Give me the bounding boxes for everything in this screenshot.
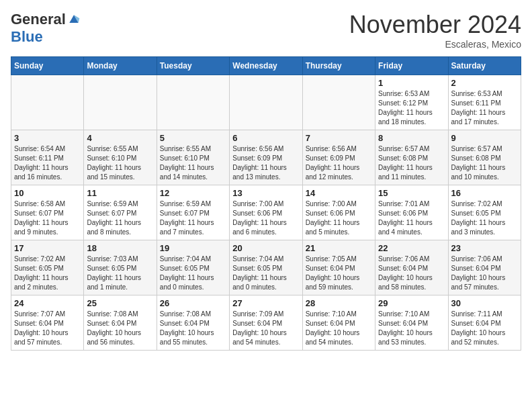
calendar-cell: 18Sunrise: 7:03 AM Sunset: 6:05 PM Dayli… <box>84 240 157 295</box>
day-number: 22 <box>378 243 445 253</box>
day-number: 28 <box>306 298 372 308</box>
calendar-cell: 26Sunrise: 7:08 AM Sunset: 6:04 PM Dayli… <box>157 295 229 351</box>
calendar-cell: 12Sunrise: 6:59 AM Sunset: 6:07 PM Dayli… <box>157 185 229 240</box>
calendar-cell <box>84 75 157 130</box>
day-number: 19 <box>160 243 226 253</box>
calendar-cell: 19Sunrise: 7:04 AM Sunset: 6:05 PM Dayli… <box>157 240 229 295</box>
calendar-cell: 13Sunrise: 7:00 AM Sunset: 6:06 PM Dayli… <box>230 185 302 240</box>
day-info: Sunrise: 7:08 AM Sunset: 6:04 PM Dayligh… <box>160 310 226 347</box>
day-number: 26 <box>160 298 226 308</box>
calendar-cell: 15Sunrise: 7:01 AM Sunset: 6:06 PM Dayli… <box>375 185 448 240</box>
column-header-wednesday: Wednesday <box>230 57 302 75</box>
day-info: Sunrise: 6:58 AM Sunset: 6:07 PM Dayligh… <box>14 199 81 237</box>
day-number: 8 <box>378 133 445 143</box>
day-info: Sunrise: 7:06 AM Sunset: 6:04 PM Dayligh… <box>451 255 518 292</box>
calendar-cell: 6Sunrise: 6:56 AM Sunset: 6:09 PM Daylig… <box>230 130 302 185</box>
day-number: 6 <box>232 133 299 143</box>
day-number: 16 <box>451 188 518 198</box>
calendar-week-3: 10Sunrise: 6:58 AM Sunset: 6:07 PM Dayli… <box>11 185 521 240</box>
day-info: Sunrise: 6:57 AM Sunset: 6:08 PM Dayligh… <box>378 144 445 182</box>
calendar-cell <box>11 75 84 130</box>
day-info: Sunrise: 6:59 AM Sunset: 6:07 PM Dayligh… <box>87 199 153 237</box>
day-number: 29 <box>378 298 445 308</box>
day-number: 25 <box>87 298 153 308</box>
day-info: Sunrise: 7:00 AM Sunset: 6:06 PM Dayligh… <box>306 199 372 237</box>
day-info: Sunrise: 6:53 AM Sunset: 6:11 PM Dayligh… <box>451 89 518 127</box>
day-info: Sunrise: 7:00 AM Sunset: 6:06 PM Dayligh… <box>232 199 299 237</box>
day-info: Sunrise: 7:04 AM Sunset: 6:05 PM Dayligh… <box>232 255 299 292</box>
calendar-week-2: 3Sunrise: 6:54 AM Sunset: 6:11 PM Daylig… <box>11 130 521 185</box>
day-info: Sunrise: 7:06 AM Sunset: 6:04 PM Dayligh… <box>378 255 445 292</box>
location-text: Escaleras, Mexico <box>349 39 521 50</box>
day-number: 18 <box>87 243 153 253</box>
day-info: Sunrise: 7:01 AM Sunset: 6:06 PM Dayligh… <box>378 199 445 237</box>
day-info: Sunrise: 7:10 AM Sunset: 6:04 PM Dayligh… <box>378 310 445 347</box>
logo: General Blue <box>11 11 81 46</box>
calendar-cell: 20Sunrise: 7:04 AM Sunset: 6:05 PM Dayli… <box>230 240 302 295</box>
logo-general-text: General <box>11 11 66 28</box>
calendar-table: SundayMondayTuesdayWednesdayThursdayFrid… <box>11 56 521 351</box>
calendar-cell: 10Sunrise: 6:58 AM Sunset: 6:07 PM Dayli… <box>11 185 84 240</box>
day-number: 10 <box>14 188 81 198</box>
column-header-thursday: Thursday <box>302 57 375 75</box>
logo-blue-text: Blue <box>11 28 43 46</box>
calendar-cell: 4Sunrise: 6:55 AM Sunset: 6:10 PM Daylig… <box>84 130 157 185</box>
day-info: Sunrise: 7:08 AM Sunset: 6:04 PM Dayligh… <box>87 310 153 347</box>
day-number: 2 <box>451 78 518 88</box>
day-info: Sunrise: 6:54 AM Sunset: 6:11 PM Dayligh… <box>14 144 81 182</box>
calendar-header-row: SundayMondayTuesdayWednesdayThursdayFrid… <box>11 57 521 75</box>
calendar-cell: 17Sunrise: 7:02 AM Sunset: 6:05 PM Dayli… <box>11 240 84 295</box>
day-number: 13 <box>232 188 299 198</box>
day-info: Sunrise: 6:55 AM Sunset: 6:10 PM Dayligh… <box>87 144 153 182</box>
month-title: November 2024 <box>349 11 521 39</box>
column-header-friday: Friday <box>375 57 448 75</box>
logo-icon <box>67 13 81 26</box>
calendar-cell: 16Sunrise: 7:02 AM Sunset: 6:05 PM Dayli… <box>448 185 521 240</box>
day-number: 17 <box>14 243 81 253</box>
calendar-cell <box>157 75 229 130</box>
day-number: 3 <box>14 133 81 143</box>
day-info: Sunrise: 6:55 AM Sunset: 6:10 PM Dayligh… <box>160 144 226 182</box>
day-number: 15 <box>378 188 445 198</box>
column-header-monday: Monday <box>84 57 157 75</box>
day-number: 27 <box>232 298 299 308</box>
day-number: 9 <box>451 133 518 143</box>
day-number: 4 <box>87 133 153 143</box>
calendar-cell: 1Sunrise: 6:53 AM Sunset: 6:12 PM Daylig… <box>375 75 448 130</box>
calendar-cell: 11Sunrise: 6:59 AM Sunset: 6:07 PM Dayli… <box>84 185 157 240</box>
day-number: 23 <box>451 243 518 253</box>
calendar-cell: 2Sunrise: 6:53 AM Sunset: 6:11 PM Daylig… <box>448 75 521 130</box>
column-header-tuesday: Tuesday <box>157 57 229 75</box>
calendar-cell: 3Sunrise: 6:54 AM Sunset: 6:11 PM Daylig… <box>11 130 84 185</box>
day-number: 1 <box>378 78 445 88</box>
day-number: 30 <box>451 298 518 308</box>
calendar-cell: 9Sunrise: 6:57 AM Sunset: 6:08 PM Daylig… <box>448 130 521 185</box>
day-number: 11 <box>87 188 153 198</box>
calendar-cell: 21Sunrise: 7:05 AM Sunset: 6:04 PM Dayli… <box>302 240 375 295</box>
day-info: Sunrise: 7:03 AM Sunset: 6:05 PM Dayligh… <box>87 255 153 292</box>
day-info: Sunrise: 7:04 AM Sunset: 6:05 PM Dayligh… <box>160 255 226 292</box>
day-number: 12 <box>160 188 226 198</box>
day-info: Sunrise: 6:53 AM Sunset: 6:12 PM Dayligh… <box>378 89 445 127</box>
day-info: Sunrise: 7:10 AM Sunset: 6:04 PM Dayligh… <box>306 310 372 347</box>
calendar-cell: 30Sunrise: 7:11 AM Sunset: 6:04 PM Dayli… <box>448 295 521 351</box>
day-info: Sunrise: 6:56 AM Sunset: 6:09 PM Dayligh… <box>306 144 372 182</box>
column-header-sunday: Sunday <box>11 57 84 75</box>
calendar-cell: 24Sunrise: 7:07 AM Sunset: 6:04 PM Dayli… <box>11 295 84 351</box>
calendar-cell: 29Sunrise: 7:10 AM Sunset: 6:04 PM Dayli… <box>375 295 448 351</box>
calendar-week-4: 17Sunrise: 7:02 AM Sunset: 6:05 PM Dayli… <box>11 240 521 295</box>
day-number: 14 <box>306 188 372 198</box>
calendar-cell: 23Sunrise: 7:06 AM Sunset: 6:04 PM Dayli… <box>448 240 521 295</box>
day-info: Sunrise: 7:07 AM Sunset: 6:04 PM Dayligh… <box>14 310 81 347</box>
day-info: Sunrise: 7:11 AM Sunset: 6:04 PM Dayligh… <box>451 310 518 347</box>
calendar-cell: 14Sunrise: 7:00 AM Sunset: 6:06 PM Dayli… <box>302 185 375 240</box>
calendar-week-1: 1Sunrise: 6:53 AM Sunset: 6:12 PM Daylig… <box>11 75 521 130</box>
calendar-cell <box>302 75 375 130</box>
day-info: Sunrise: 6:56 AM Sunset: 6:09 PM Dayligh… <box>232 144 299 182</box>
day-number: 5 <box>160 133 226 143</box>
day-info: Sunrise: 7:02 AM Sunset: 6:05 PM Dayligh… <box>451 199 518 237</box>
calendar-week-5: 24Sunrise: 7:07 AM Sunset: 6:04 PM Dayli… <box>11 295 521 351</box>
title-area: November 2024 Escaleras, Mexico <box>349 11 521 50</box>
page-header: General Blue November 2024 Escaleras, Me… <box>11 11 521 50</box>
day-info: Sunrise: 7:02 AM Sunset: 6:05 PM Dayligh… <box>14 255 81 292</box>
